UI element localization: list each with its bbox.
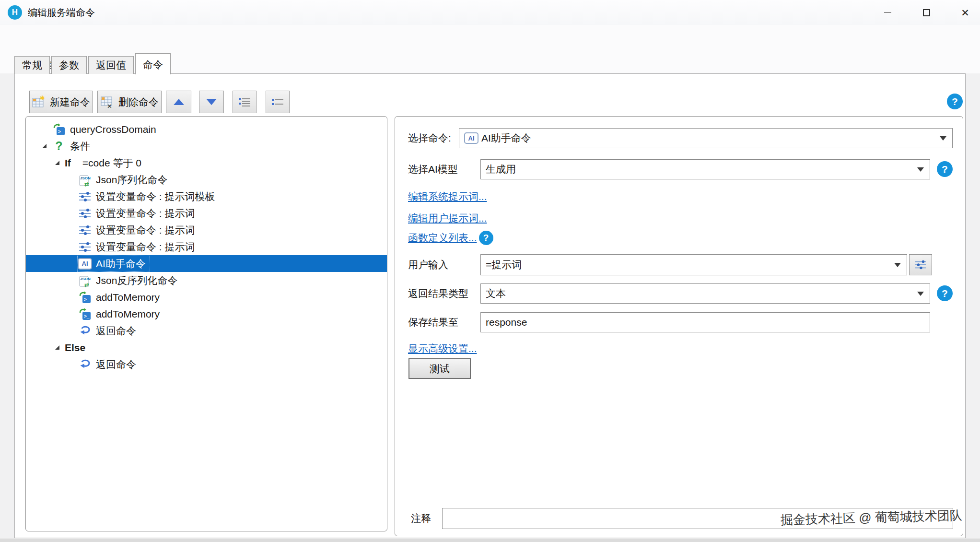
select-command-dropdown[interactable]: AI AI助手命令 — [459, 128, 953, 148]
delete-table-icon: ✕ — [100, 95, 115, 109]
indent-button[interactable] — [233, 91, 257, 113]
tree-item-ai-assistant-selected[interactable]: AI AI助手命令 — [26, 255, 387, 272]
svg-text:⇄: ⇄ — [84, 282, 89, 287]
select-model-label: 选择AI模型 — [408, 159, 458, 179]
tree-item-addtomemory[interactable]: >_ addToMemory — [26, 289, 387, 306]
window-bottom-edge — [0, 539, 980, 542]
move-up-button[interactable] — [166, 91, 191, 113]
function-list-link[interactable]: 函数定义列表... — [408, 231, 477, 245]
svg-text:JSON: JSON — [80, 176, 91, 180]
json-serialize-icon: JSON ⇄ — [78, 173, 92, 187]
return-command-icon — [78, 324, 92, 338]
server-command-icon: >_ — [78, 307, 92, 321]
close-icon: ✕ — [961, 8, 969, 18]
chevron-down-icon — [917, 167, 924, 172]
user-input-dropdown[interactable]: =提示词 — [480, 254, 907, 275]
save-result-label: 保存结果至 — [408, 312, 458, 332]
svg-text:⇄: ⇄ — [84, 181, 89, 187]
ai-assistant-icon: AI — [464, 131, 478, 145]
user-input-value: =提示词 — [486, 258, 522, 271]
command-tree[interactable]: >_ queryCrossDomain ? 条件 If =code 等于 0 — [25, 116, 387, 531]
tree-item-set-variable[interactable]: 设置变量命令 : 提示词 — [26, 205, 387, 222]
tab-strip: 常规 参数 返回值 命令 — [14, 53, 172, 74]
json-deserialize-icon: JSON ⇄ — [78, 274, 92, 287]
svg-text:✱: ✱ — [40, 95, 45, 102]
maximize-button[interactable] — [915, 4, 938, 21]
tree-item-return[interactable]: 返回命令 — [26, 322, 387, 339]
chevron-down-icon — [917, 292, 924, 296]
select-model-dropdown[interactable]: 生成用 — [480, 159, 930, 179]
chevron-down-icon — [894, 263, 901, 267]
result-type-value: 文本 — [486, 287, 506, 300]
expander-icon[interactable] — [55, 161, 65, 165]
tree-item-json-deserialize[interactable]: JSON ⇄ Json反序列化命令 — [26, 272, 387, 289]
svg-text:✕: ✕ — [107, 103, 112, 109]
model-help-button[interactable]: ? — [937, 161, 953, 177]
page-help-button[interactable]: ? — [947, 94, 963, 109]
question-icon: ? — [52, 140, 66, 153]
outdent-button[interactable] — [266, 91, 290, 113]
function-list-help-button[interactable]: ? — [479, 231, 493, 245]
set-variable-icon — [78, 207, 92, 220]
tree-item-json-serialize[interactable]: JSON ⇄ Json序列化命令 — [26, 171, 387, 188]
return-command-icon — [78, 358, 92, 371]
function-list-row: 函数定义列表... ? — [408, 231, 493, 245]
window-title: 编辑服务端命令 — [28, 0, 95, 25]
delete-command-label: 删除命令 — [118, 95, 159, 109]
test-button[interactable]: 测试 — [408, 358, 471, 379]
comment-label: 注释 — [411, 508, 431, 529]
tree-item-condition[interactable]: ? 条件 — [26, 138, 387, 154]
edit-system-prompt-link[interactable]: 编辑系统提示词... — [408, 190, 487, 203]
svg-text:>_: >_ — [84, 297, 90, 302]
tree-item-addtomemory[interactable]: >_ addToMemory — [26, 306, 387, 322]
new-command-button[interactable]: ✱ 新建命令 — [29, 91, 93, 113]
tab-general[interactable]: 常规 — [14, 56, 50, 74]
title-bar: H 编辑服务端命令 ✕ — [0, 0, 980, 25]
tree-item-return[interactable]: 返回命令 — [26, 356, 387, 373]
select-command-value: AI助手命令 — [481, 131, 531, 145]
tree-item-querycrossdomain[interactable]: >_ queryCrossDomain — [26, 121, 387, 138]
close-button[interactable]: ✕ — [954, 4, 977, 21]
tab-return-value[interactable]: 返回值 — [88, 56, 134, 74]
ai-assistant-icon: AI — [78, 257, 92, 271]
comment-separator — [408, 501, 953, 501]
result-type-dropdown[interactable]: 文本 — [480, 283, 930, 304]
svg-text:JSON: JSON — [80, 277, 91, 281]
set-variable-icon — [78, 190, 92, 203]
tree-item-set-variable[interactable]: 设置变量命令 : 提示词模板 — [26, 188, 387, 205]
app-logo-icon: H — [8, 5, 22, 20]
outdent-icon — [270, 96, 285, 108]
result-type-help-button[interactable]: ? — [937, 285, 953, 301]
tree-item-if[interactable]: If =code 等于 0 — [26, 154, 387, 171]
user-input-label: 用户输入 — [408, 254, 448, 275]
set-variable-icon — [78, 240, 92, 254]
server-command-icon: >_ — [52, 123, 66, 136]
svg-text:>_: >_ — [84, 314, 90, 319]
comment-input[interactable] — [442, 508, 953, 529]
server-command-icon: >_ — [78, 291, 92, 304]
tab-parameters[interactable]: 参数 — [51, 56, 87, 74]
move-down-button[interactable] — [199, 91, 224, 113]
save-result-input[interactable] — [480, 312, 930, 332]
edit-user-prompt-link[interactable]: 编辑用户提示词... — [408, 212, 487, 225]
arrow-up-icon — [174, 99, 184, 105]
tab-commands[interactable]: 命令 — [135, 53, 171, 74]
new-table-icon: ✱ — [32, 95, 46, 109]
commands-tab-page: ✱ 新建命令 ✕ 删除命令 — [14, 73, 966, 538]
user-input-variable-picker-button[interactable] — [909, 254, 932, 275]
chevron-down-icon — [940, 136, 946, 141]
set-variable-icon — [78, 224, 92, 237]
arrow-down-icon — [206, 99, 217, 105]
tree-item-else[interactable]: Else — [26, 339, 387, 356]
sliders-icon — [914, 259, 927, 270]
select-model-value: 生成用 — [486, 163, 516, 176]
delete-command-button[interactable]: ✕ 删除命令 — [97, 91, 162, 113]
advanced-settings-link[interactable]: 显示高级设置... — [408, 342, 477, 355]
expander-icon[interactable] — [42, 144, 52, 148]
minimize-button[interactable] — [876, 4, 899, 21]
tree-item-set-variable[interactable]: 设置变量命令 : 提示词 — [26, 238, 387, 255]
indent-icon — [237, 96, 252, 108]
maximize-icon — [923, 9, 930, 16]
expander-icon[interactable] — [55, 345, 65, 350]
tree-item-set-variable[interactable]: 设置变量命令 : 提示词 — [26, 222, 387, 238]
